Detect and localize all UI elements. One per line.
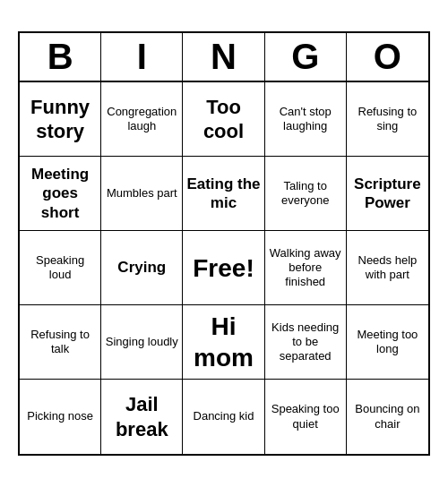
bingo-cell: Jail break: [101, 380, 183, 454]
bingo-card: BINGO Funny storyCongregation laughToo c…: [18, 31, 430, 456]
bingo-cell: Can't stop laughing: [265, 82, 347, 157]
bingo-cell: Picking nose: [20, 380, 101, 454]
header-letter: O: [347, 33, 428, 81]
bingo-cell: Speaking too quiet: [265, 380, 347, 454]
bingo-cell: Free!: [183, 231, 264, 305]
bingo-cell: Taling to everyone: [265, 157, 347, 231]
bingo-cell: Hi mom: [183, 305, 264, 380]
bingo-cell: Refusing to talk: [20, 305, 101, 380]
bingo-cell: Congregation laugh: [101, 82, 183, 157]
bingo-cell: Singing loudly: [101, 305, 183, 380]
bingo-cell: Meeting too long: [347, 305, 428, 380]
bingo-cell: Kids needing to be separated: [265, 305, 347, 380]
bingo-cell: Speaking loud: [20, 231, 101, 305]
bingo-cell: Mumbles part: [101, 157, 183, 231]
bingo-cell: Bouncing on chair: [347, 380, 428, 454]
bingo-cell: Walking away before finished: [265, 231, 347, 305]
bingo-cell: Too cool: [183, 82, 264, 157]
bingo-header: BINGO: [20, 33, 428, 82]
bingo-cell: Eating the mic: [183, 157, 264, 231]
bingo-cell: Funny story: [20, 82, 101, 157]
header-letter: G: [265, 33, 347, 81]
bingo-cell: Crying: [101, 231, 183, 305]
bingo-cell: Refusing to sing: [347, 82, 428, 157]
bingo-cell: Meeting goes short: [20, 157, 101, 231]
header-letter: N: [183, 33, 264, 81]
bingo-cell: Scripture Power: [347, 157, 428, 231]
header-letter: B: [20, 33, 101, 81]
bingo-cell: Needs help with part: [347, 231, 428, 305]
bingo-grid: Funny storyCongregation laughToo coolCan…: [20, 82, 428, 454]
bingo-cell: Dancing kid: [183, 380, 264, 454]
header-letter: I: [101, 33, 183, 81]
